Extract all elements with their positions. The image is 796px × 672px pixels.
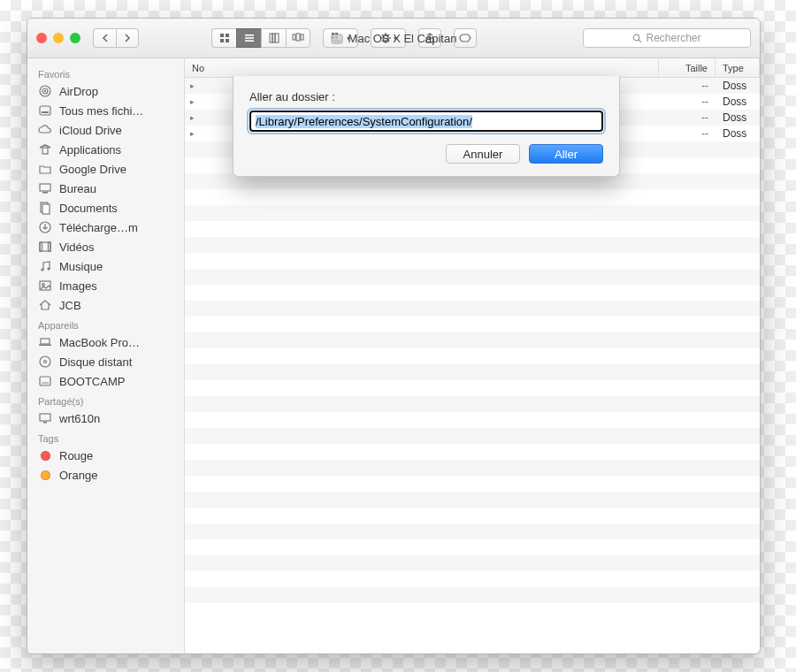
view-list-button[interactable] <box>236 28 261 48</box>
table-row <box>185 380 760 396</box>
svg-rect-17 <box>332 36 334 39</box>
list-icon <box>244 33 255 43</box>
svg-rect-5 <box>226 39 229 42</box>
svg-rect-12 <box>293 34 295 40</box>
tag-icon <box>38 448 52 462</box>
sidebar-item[interactable]: Bureau <box>27 179 184 198</box>
icloud-icon <box>38 123 52 137</box>
view-columns-button[interactable] <box>261 28 286 48</box>
sidebar-item-label: Bureau <box>59 182 96 195</box>
sidebar-item-label: Disque distant <box>59 355 132 369</box>
sidebar-section-title: Partagé(s) <box>27 391 184 409</box>
sidebar-item[interactable]: wrt610n <box>27 409 184 428</box>
table-row <box>185 348 760 364</box>
tag-icon <box>38 468 52 482</box>
documents-icon <box>38 201 52 215</box>
sidebar-section-title: Appareils <box>27 315 184 332</box>
table-row <box>185 428 760 444</box>
sidebar-item-label: Vidéos <box>59 241 95 254</box>
disk-icon <box>38 374 52 388</box>
arrange-button[interactable]: ▾ <box>323 28 358 48</box>
sidebar-item[interactable]: Images <box>27 276 184 295</box>
disclosure-icon[interactable]: ▸ <box>185 113 199 122</box>
goto-folder-input[interactable] <box>249 111 603 132</box>
sidebar-section-title: Tags <box>27 428 184 446</box>
search-field[interactable]: Rechercher <box>583 28 751 48</box>
disclosure-icon[interactable]: ▸ <box>185 129 199 138</box>
disclosure-icon[interactable]: ▸ <box>185 81 199 90</box>
apps-icon <box>38 142 52 157</box>
svg-rect-29 <box>40 184 50 191</box>
sidebar-item-label: iCloud Drive <box>59 124 122 137</box>
sidebar-item[interactable]: Applications <box>27 140 184 159</box>
row-size: -- <box>659 95 716 108</box>
sidebar-item-label: Rouge <box>59 449 93 462</box>
zoom-button[interactable] <box>70 33 80 43</box>
sidebar-item-label: MacBook Pro… <box>59 336 140 349</box>
sidebar: FavorisAirDropTous mes fichi…iCloud Driv… <box>27 58 185 653</box>
sidebar-section-title: Favoris <box>27 64 184 81</box>
gear-icon <box>380 33 391 43</box>
disclosure-icon[interactable]: ▸ <box>185 97 199 106</box>
sidebar-item-label: Google Drive <box>59 163 126 176</box>
close-button[interactable] <box>36 33 47 43</box>
sidebar-item[interactable]: BOOTCAMP <box>27 371 184 391</box>
table-row <box>185 269 760 285</box>
sidebar-item[interactable]: JCB <box>27 295 184 315</box>
view-icons-button[interactable] <box>211 28 236 48</box>
go-button[interactable]: Aller <box>529 144 603 164</box>
sidebar-item-label: Tous mes fichi… <box>59 104 143 118</box>
tag-icon <box>459 34 471 42</box>
column-name[interactable]: No <box>185 58 659 77</box>
downloads-icon <box>38 220 52 234</box>
table-row <box>185 317 760 332</box>
svg-point-44 <box>44 361 47 363</box>
column-headers: No Taille Type <box>185 58 760 78</box>
svg-rect-3 <box>226 34 229 37</box>
view-mode-segment <box>211 28 310 48</box>
sidebar-item[interactable]: Télécharge…m <box>27 218 184 237</box>
sidebar-item[interactable]: Vidéos <box>27 237 184 256</box>
goto-folder-label: Aller au dossier : <box>249 90 603 103</box>
svg-rect-28 <box>42 148 48 154</box>
svg-rect-13 <box>296 34 300 41</box>
sidebar-item[interactable]: Google Drive <box>27 159 184 179</box>
sidebar-item[interactable]: Musique <box>27 256 184 276</box>
sidebar-item[interactable]: Orange <box>27 465 184 485</box>
sidebar-item[interactable]: MacBook Pro… <box>27 332 184 352</box>
cancel-button[interactable]: Annuler <box>446 144 520 164</box>
table-row <box>185 555 760 571</box>
table-row <box>185 285 760 301</box>
sidebar-item[interactable]: Rouge <box>27 446 184 465</box>
goto-folder-dialog: Aller au dossier : Annuler Aller <box>233 76 620 177</box>
table-row <box>185 476 760 492</box>
svg-rect-41 <box>41 339 50 344</box>
tags-button[interactable] <box>454 28 477 48</box>
minimize-button[interactable] <box>53 33 64 43</box>
remotedisc-icon <box>38 355 52 369</box>
sidebar-item-label: Musique <box>59 260 103 273</box>
column-size[interactable]: Taille <box>659 58 716 77</box>
sidebar-item[interactable]: Disque distant <box>27 352 184 371</box>
table-row <box>185 539 760 555</box>
sidebar-item[interactable]: Tous mes fichi… <box>27 101 184 120</box>
sidebar-item[interactable]: iCloud Drive <box>27 120 184 140</box>
home-icon <box>38 298 52 312</box>
svg-point-40 <box>42 284 45 286</box>
share-button[interactable] <box>418 28 441 48</box>
nav-buttons <box>93 28 139 48</box>
table-row <box>185 237 760 253</box>
sidebar-item[interactable]: AirDrop <box>27 81 184 101</box>
column-type[interactable]: Type <box>716 58 760 77</box>
forward-button[interactable] <box>116 28 139 48</box>
svg-point-43 <box>40 356 50 367</box>
action-button[interactable]: ▾ <box>371 28 406 48</box>
view-coverflow-button[interactable] <box>286 28 310 48</box>
table-row <box>185 492 760 508</box>
traffic-lights <box>36 33 80 43</box>
svg-rect-8 <box>245 40 254 42</box>
sidebar-item[interactable]: Documents <box>27 198 184 218</box>
row-type: Doss <box>716 127 760 140</box>
sidebar-item-label: Télécharge…m <box>59 221 138 234</box>
back-button[interactable] <box>93 28 116 48</box>
